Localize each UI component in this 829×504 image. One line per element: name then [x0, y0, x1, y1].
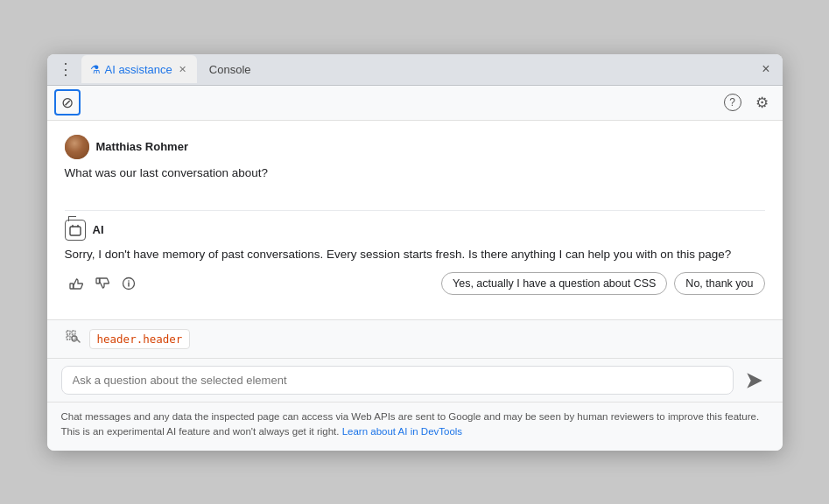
- tab-ai-assistance[interactable]: ⚗ AI assistance ✕: [81, 55, 197, 83]
- devtools-window: ⋮ ⚗ AI assistance ✕ Console × ⊘ ? ⚙: [47, 54, 783, 451]
- clear-icon: ⊘: [61, 94, 74, 112]
- toolbar: ⊘ ? ⚙: [47, 86, 783, 121]
- chat-area: Matthias Rohmer What was our last conver…: [47, 121, 783, 320]
- ai-message-text: Sorry, I don't have memory of past conve…: [65, 246, 765, 263]
- settings-button[interactable]: ⚙: [749, 89, 776, 116]
- more-tabs-button[interactable]: ⋮: [54, 60, 78, 79]
- suggestion-no-button[interactable]: No, thank you: [674, 272, 764, 295]
- tab-ai-assistance-close[interactable]: ✕: [177, 62, 188, 77]
- ai-message-block: AI Sorry, I don't have memory of past co…: [65, 220, 765, 295]
- tab-bar: ⋮ ⚗ AI assistance ✕ Console ×: [47, 54, 783, 86]
- svg-rect-7: [72, 331, 75, 334]
- suggestion-css-button[interactable]: Yes, actually I have a question about CS…: [441, 272, 667, 295]
- window-close-button[interactable]: ×: [756, 58, 775, 80]
- tab-console-label: Console: [209, 63, 251, 76]
- svg-point-5: [128, 280, 130, 282]
- svg-rect-8: [67, 336, 70, 340]
- message-actions-row: Yes, actually I have a question about CS…: [65, 272, 765, 295]
- flask-icon: ⚗: [90, 63, 101, 76]
- help-icon: ?: [724, 94, 741, 111]
- thumbs-up-button[interactable]: [65, 272, 88, 295]
- ai-message-header: AI: [65, 220, 765, 241]
- ai-name: AI: [93, 223, 104, 236]
- disclaimer: Chat messages and any data the inspected…: [47, 402, 783, 451]
- user-message-header: Matthias Rohmer: [65, 135, 765, 159]
- user-name: Matthias Rohmer: [96, 140, 188, 153]
- svg-rect-1: [70, 284, 74, 289]
- ai-svg: [69, 224, 81, 236]
- send-button[interactable]: [741, 367, 769, 395]
- avatar-face: [65, 135, 89, 159]
- chat-input[interactable]: [61, 366, 734, 395]
- user-message-text: What was our last conversation about?: [65, 164, 765, 182]
- element-selector-area: header.header: [47, 319, 783, 358]
- suggestion-buttons: Yes, actually I have a question about CS…: [441, 272, 764, 295]
- user-message-block: Matthias Rohmer What was our last conver…: [65, 135, 765, 191]
- ai-avatar-icon: [65, 220, 86, 241]
- svg-rect-0: [70, 227, 81, 235]
- input-area: [47, 358, 783, 402]
- settings-icon: ⚙: [755, 94, 769, 112]
- tab-ai-assistance-label: AI assistance: [105, 63, 172, 76]
- user-avatar: [65, 135, 89, 159]
- feedback-actions: [65, 272, 140, 295]
- element-select-icon: [65, 329, 81, 349]
- more-info-button[interactable]: [117, 272, 140, 295]
- clear-conversation-button[interactable]: ⊘: [54, 89, 81, 116]
- message-divider: [65, 210, 765, 211]
- thumbs-down-button[interactable]: [91, 272, 114, 295]
- svg-rect-2: [96, 278, 100, 284]
- element-chip[interactable]: header.header: [89, 329, 191, 349]
- tab-console[interactable]: Console: [200, 55, 260, 83]
- disclaimer-link[interactable]: Learn about AI in DevTools: [342, 426, 462, 437]
- help-button[interactable]: ?: [720, 89, 746, 116]
- svg-rect-6: [67, 331, 70, 334]
